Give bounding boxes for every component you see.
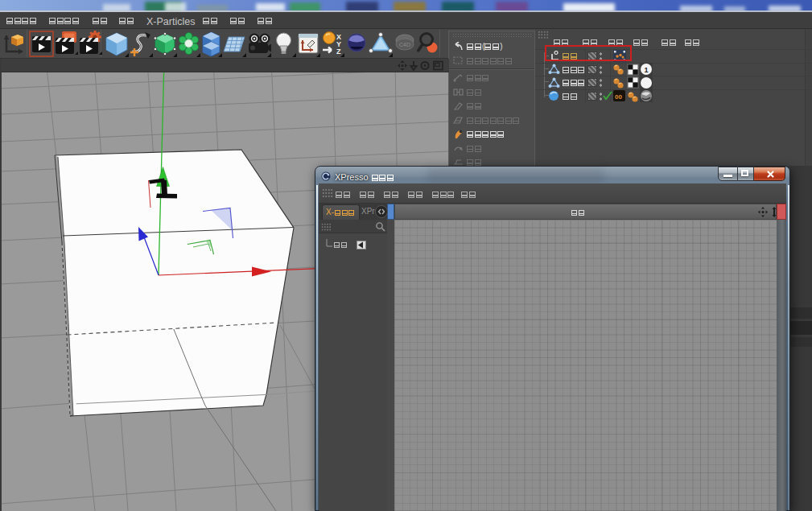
svg-text:C4D: C4D: [399, 42, 410, 47]
svg-text:Z: Z: [336, 47, 341, 56]
svg-text:00: 00: [615, 93, 622, 101]
svg-text:1: 1: [645, 66, 649, 74]
